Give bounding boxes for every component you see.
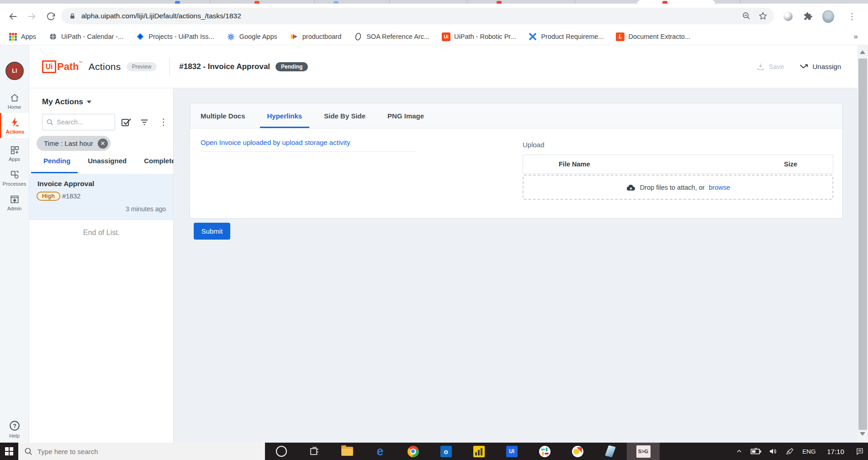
filter-chip-time[interactable]: Time : Last hour ✕ bbox=[37, 136, 111, 151]
bookmark-jira-projects[interactable]: Projects - UiPath Iss... bbox=[136, 32, 214, 41]
scope-dropdown[interactable]: My Actions bbox=[42, 97, 91, 107]
sidebar-item-admin[interactable]: Admin bbox=[0, 194, 29, 211]
bookmark-google-apps[interactable]: Google Apps bbox=[227, 32, 277, 41]
file-explorer-icon[interactable] bbox=[331, 443, 364, 460]
clock[interactable]: 17:10 bbox=[820, 448, 851, 455]
scroll-down-arrow[interactable] bbox=[860, 432, 865, 436]
sidebar-item-actions[interactable]: Actions bbox=[0, 113, 29, 138]
browse-link[interactable]: browse bbox=[709, 184, 730, 191]
pen-icon[interactable] bbox=[781, 447, 798, 455]
size-column-header: Size bbox=[784, 160, 797, 168]
search-box[interactable] bbox=[42, 114, 115, 130]
tab-hyperlinks[interactable]: Hyperlinks bbox=[260, 103, 310, 128]
actions-bolt-icon bbox=[10, 117, 21, 128]
sng-active-app-icon[interactable]: S>G bbox=[627, 443, 660, 460]
bookmark-uipath-robotic[interactable]: Ui UiPath - Robotic Pr... bbox=[442, 32, 516, 41]
sidebar-item-home[interactable]: Home bbox=[0, 93, 29, 110]
apps-plus-icon bbox=[9, 145, 20, 155]
cloud-upload-icon bbox=[626, 183, 636, 192]
language-indicator[interactable]: ENG bbox=[798, 448, 820, 455]
chip-close-icon[interactable]: ✕ bbox=[98, 139, 108, 149]
address-bar[interactable]: alpha.uipath.com/liji/LijiDefault/action… bbox=[61, 8, 774, 24]
uipath-studio-icon[interactable]: Ui bbox=[495, 443, 528, 460]
bookmark-document-extractor[interactable]: L Document Extracto... bbox=[616, 32, 690, 41]
task-list-panel: My Actions ⋮ Time : Last hour ✕ Pending … bbox=[29, 88, 174, 443]
uipath-logo: Ui bbox=[42, 60, 56, 73]
scroll-up-arrow[interactable] bbox=[860, 50, 865, 54]
cortana-icon[interactable] bbox=[265, 443, 298, 460]
panel-menu-icon[interactable]: ⋮ bbox=[157, 116, 170, 128]
task-form-card: Multiple Docs Hyperlinks Side By Side PN… bbox=[190, 103, 843, 219]
list-tabs: Pending Unassigned Completed bbox=[29, 157, 174, 172]
chevron-down-icon bbox=[87, 101, 91, 103]
tab-unassigned[interactable]: Unassigned bbox=[88, 157, 127, 172]
bookmark-product-requirements[interactable]: Product Requireme... bbox=[528, 32, 603, 41]
start-button[interactable] bbox=[0, 443, 18, 460]
extension-ball-icon[interactable] bbox=[782, 11, 794, 22]
screen: alpha.uipath.com/liji/LijiDefault/action… bbox=[0, 0, 868, 460]
user-avatar[interactable]: LI bbox=[5, 62, 24, 80]
bookmark-soa-reference[interactable]: SOA Reference Arc... bbox=[354, 32, 429, 41]
tab-pending[interactable]: Pending bbox=[43, 157, 70, 172]
tab-png-image[interactable]: PNG Image bbox=[380, 103, 431, 128]
back-icon[interactable] bbox=[7, 11, 19, 22]
tab-multiple-docs[interactable]: Multiple Docs bbox=[193, 103, 253, 128]
browser-menu-icon[interactable]: ⋮ bbox=[846, 11, 858, 22]
admin-icon bbox=[9, 194, 20, 204]
multi-select-icon[interactable] bbox=[120, 116, 132, 128]
taskbar-search[interactable] bbox=[18, 443, 265, 460]
bookmark-productboard[interactable]: productboard bbox=[290, 32, 341, 41]
bookmarks-bar: Apps UiPath - Calendar -... Projects - U… bbox=[0, 28, 868, 45]
forward-icon[interactable] bbox=[26, 11, 37, 22]
task-list-item[interactable]: Invoice Approval High #1832 3 minutes ag… bbox=[29, 174, 173, 220]
task-item-timestamp: 3 minutes ago bbox=[126, 205, 166, 213]
task-item-title: Invoice Approval bbox=[37, 180, 94, 188]
form-body: Open Invoice uploaded by upload storage … bbox=[190, 128, 842, 218]
file-name-column-header: File Name bbox=[559, 160, 590, 168]
scrollbar-thumb[interactable] bbox=[858, 59, 867, 430]
sidebar-item-help[interactable]: ? Help bbox=[0, 420, 29, 439]
save-button[interactable]: Save bbox=[757, 63, 784, 71]
task-view-icon[interactable] bbox=[298, 443, 331, 460]
bookmark-star-icon[interactable] bbox=[758, 11, 767, 21]
action-center-icon[interactable] bbox=[851, 447, 868, 455]
unassign-button[interactable]: Unassign bbox=[799, 63, 841, 70]
upload-table-header: File Name Size bbox=[523, 155, 833, 174]
main-content: Multiple Docs Hyperlinks Side By Side PN… bbox=[174, 88, 857, 443]
powerbi-icon[interactable] bbox=[462, 443, 495, 460]
unassign-icon bbox=[799, 63, 809, 70]
active-tab-underline bbox=[31, 172, 78, 173]
slack-icon[interactable] bbox=[528, 443, 561, 460]
extensions-puzzle-icon[interactable] bbox=[802, 11, 814, 22]
chrome-icon[interactable] bbox=[397, 443, 429, 460]
browser-profile-avatar[interactable] bbox=[822, 11, 834, 22]
notes-app-icon[interactable] bbox=[594, 443, 627, 460]
sidebar-item-processes[interactable]: Processes bbox=[0, 170, 29, 187]
submit-button[interactable]: Submit bbox=[194, 223, 230, 240]
end-of-list-label: End of List. bbox=[29, 229, 174, 237]
blue-x-icon bbox=[528, 32, 537, 41]
page-scrollbar[interactable] bbox=[857, 45, 868, 443]
outlook-icon[interactable]: o bbox=[429, 443, 462, 460]
tab-side-by-side[interactable]: Side By Side bbox=[317, 103, 373, 128]
tray-chevron-up-icon[interactable] bbox=[730, 448, 747, 455]
doc-extractor-favicon: L bbox=[616, 32, 625, 41]
filter-icon[interactable] bbox=[138, 116, 151, 128]
invoice-hyperlink[interactable]: Open Invoice uploaded by upload storage … bbox=[201, 139, 350, 146]
file-dropzone[interactable]: Drop files to attach, or browse bbox=[523, 175, 833, 200]
active-browser-tab[interactable] bbox=[637, 0, 715, 4]
search-input[interactable] bbox=[57, 118, 107, 126]
sidebar-item-apps[interactable]: Apps bbox=[0, 145, 29, 162]
edge-icon[interactable]: e bbox=[364, 443, 397, 460]
battery-icon[interactable] bbox=[747, 448, 764, 455]
bookmarks-overflow-chevron[interactable]: » bbox=[854, 32, 858, 41]
speaker-icon[interactable] bbox=[764, 447, 781, 455]
reload-icon[interactable] bbox=[45, 11, 57, 22]
windows-logo-icon bbox=[5, 447, 13, 455]
zoom-out-icon[interactable] bbox=[742, 11, 751, 21]
url-text[interactable]: alpha.uipath.com/liji/LijiDefault/action… bbox=[81, 12, 241, 20]
bookmark-uipath-calendar[interactable]: UiPath - Calendar -... bbox=[48, 32, 123, 41]
bookmark-apps[interactable]: Apps bbox=[8, 32, 36, 41]
snagit-icon[interactable] bbox=[561, 443, 594, 460]
taskbar-search-input[interactable] bbox=[37, 448, 229, 455]
